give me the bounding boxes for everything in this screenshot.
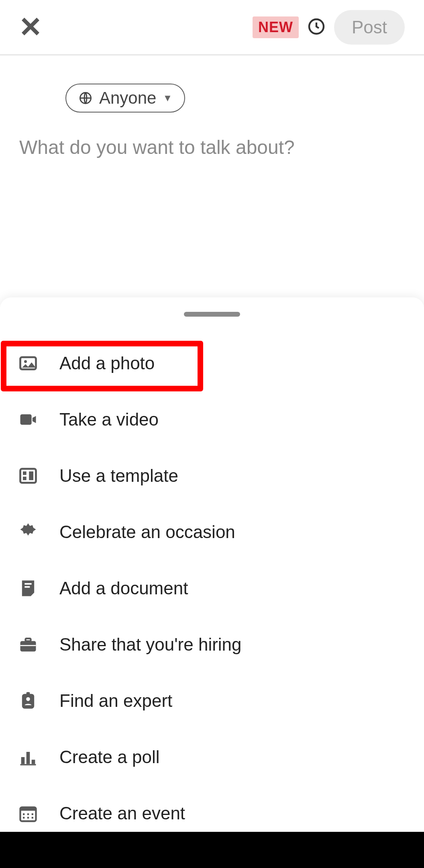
poll-icon	[16, 747, 40, 768]
header-bar: NEW Post	[0, 0, 424, 55]
svg-rect-14	[22, 694, 34, 709]
svg-point-3	[24, 360, 27, 363]
option-image[interactable]: Add a photo	[16, 335, 408, 391]
event-icon	[16, 803, 40, 824]
document-icon	[16, 578, 40, 599]
option-label: Create a poll	[59, 747, 159, 767]
chevron-down-icon: ▼	[163, 92, 172, 104]
close-icon[interactable]	[19, 15, 42, 39]
svg-rect-16	[26, 692, 30, 695]
svg-rect-8	[29, 471, 33, 480]
option-expert[interactable]: Find an expert	[16, 673, 408, 729]
expert-icon	[16, 690, 40, 711]
svg-rect-27	[27, 817, 29, 819]
svg-rect-17	[21, 757, 25, 764]
option-document[interactable]: Add a document	[16, 560, 408, 616]
option-briefcase[interactable]: Share that you're hiring	[16, 616, 408, 673]
svg-rect-10	[24, 586, 30, 588]
option-label: Take a video	[59, 409, 159, 430]
option-template[interactable]: Use a template	[16, 448, 408, 504]
option-label: Create an event	[59, 803, 185, 823]
image-icon	[16, 353, 40, 374]
svg-rect-11	[20, 641, 36, 651]
drag-handle[interactable]	[184, 312, 240, 317]
svg-rect-25	[32, 813, 33, 815]
audience-label: Anyone	[99, 88, 156, 108]
svg-rect-9	[24, 583, 31, 585]
svg-rect-24	[27, 813, 29, 815]
video-icon	[16, 409, 40, 430]
option-label: Use a template	[59, 466, 178, 486]
bottom-sheet: Add a photoTake a videoUse a templateCel…	[0, 297, 424, 832]
svg-rect-22	[20, 807, 36, 811]
option-label: Share that you're hiring	[59, 635, 242, 655]
new-badge: NEW	[253, 16, 299, 38]
template-icon	[16, 465, 40, 486]
option-label: Celebrate an occasion	[59, 522, 235, 542]
briefcase-icon	[16, 634, 40, 655]
svg-point-15	[26, 697, 30, 701]
audience-selector[interactable]: Anyone ▼	[65, 84, 185, 113]
device-nav-bar	[0, 832, 424, 868]
svg-rect-20	[20, 764, 36, 765]
svg-rect-4	[20, 414, 32, 425]
svg-rect-18	[26, 752, 30, 764]
option-label: Add a photo	[59, 353, 155, 373]
option-label: Find an expert	[59, 691, 172, 711]
celebrate-icon	[16, 522, 40, 542]
svg-rect-6	[23, 471, 26, 475]
svg-rect-7	[23, 477, 26, 480]
svg-rect-13	[20, 645, 36, 646]
option-label: Add a document	[59, 578, 188, 598]
svg-rect-5	[20, 469, 36, 483]
post-button[interactable]: Post	[334, 10, 405, 45]
option-video[interactable]: Take a video	[16, 391, 408, 448]
compose-area: Anyone ▼ What do you want to talk about?	[0, 55, 424, 160]
svg-rect-28	[32, 817, 33, 819]
option-celebrate[interactable]: Celebrate an occasion	[16, 504, 408, 560]
svg-rect-23	[23, 813, 24, 815]
svg-rect-26	[23, 817, 24, 819]
svg-rect-12	[26, 639, 31, 641]
composer-placeholder[interactable]: What do you want to talk about?	[19, 135, 405, 160]
clock-icon[interactable]	[307, 17, 326, 38]
svg-rect-19	[32, 760, 35, 764]
option-poll[interactable]: Create a poll	[16, 729, 408, 785]
